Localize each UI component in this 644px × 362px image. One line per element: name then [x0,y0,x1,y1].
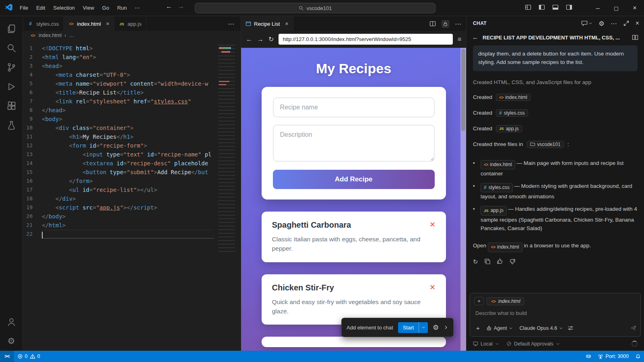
code-line[interactable]: 14 <textarea id="recipe-desc" placeholde [23,159,241,168]
menu-view[interactable]: View [79,3,98,12]
code-line[interactable]: 10 <div class="container"> [23,123,241,132]
menu-go[interactable]: Go [99,3,113,12]
file-chip-index-html[interactable]: <>index.html [481,160,515,169]
code-line[interactable]: 15 <button type="submit">Add Recipe</but [23,168,241,177]
delete-recipe-icon[interactable]: × [429,283,435,291]
toolbar-next-icon[interactable] [444,325,448,330]
code-line[interactable]: 17 <ul id="recipe-list"></ul> [23,185,241,194]
code-line[interactable]: 9<body> [23,115,241,123]
file-chip-app-js[interactable]: JSapp.js [481,206,507,215]
menu-selection[interactable]: Selection [50,3,78,12]
account-icon[interactable] [2,312,21,331]
code-line[interactable]: 16 </form> [23,177,241,185]
customize-layout-icon[interactable] [525,4,531,10]
browser-more-icon[interactable]: ⋯ [455,20,461,28]
code-line[interactable]: 12 <form id="recipe-form"> [23,141,241,150]
remote-indicator[interactable]: >< [0,351,14,362]
port-forward-status[interactable]: Port: 3000 [594,351,632,362]
chat-maximize-icon[interactable] [623,20,630,27]
mode-picker[interactable]: Agent [484,324,515,332]
context-chip-index-html[interactable]: <> index.html [487,297,524,305]
page-scrollbar[interactable] [460,48,466,351]
notifications-bell[interactable] [632,351,644,362]
file-chip-index-html[interactable]: <> index.html [496,94,530,101]
code-line[interactable]: 3<head> [23,62,241,70]
url-bar[interactable]: http://127.0.0.1:3000/index.html?serverW… [279,34,452,45]
code-line[interactable]: 8</head> [23,106,241,115]
menu-more-icon[interactable]: ⋯ [131,3,143,12]
copy-icon[interactable] [484,258,491,265]
tools-settings-icon[interactable] [568,325,574,331]
file-chip-app-js[interactable]: JS app.js [496,125,522,132]
toggle-secondary-sidebar-icon[interactable] [566,4,572,10]
tab-close-icon[interactable]: × [106,21,109,27]
code-line[interactable]: 4 <meta charset="UTF-8"> [23,70,241,79]
code-line[interactable]: 6 <title>Recipe List</title> [23,88,241,97]
explorer-icon[interactable] [2,19,21,38]
editor-actions-more-icon[interactable]: ⋯ [221,16,241,31]
thumbs-down-icon[interactable] [509,258,516,265]
extensions-icon[interactable] [2,96,21,115]
start-button[interactable]: Start [398,322,419,333]
chat-input-placeholder[interactable]: Describe what to build [475,310,635,316]
copilot-status[interactable] [582,351,594,362]
model-picker[interactable]: Claude Opus 4.6 [517,324,565,332]
page-scrollbar-thumb[interactable] [461,49,465,131]
menu-file[interactable]: File [16,3,32,12]
problems-indicator[interactable]: 0 0 [14,351,43,362]
code-line[interactable]: 18 </div> [23,194,241,203]
thumbs-up-icon[interactable] [497,258,503,265]
regenerate-icon[interactable]: ↻ [473,258,478,265]
menu-run[interactable]: Run [114,3,130,12]
menu-edit[interactable]: Edit [33,3,49,12]
chat-back-icon[interactable]: ← [472,34,479,41]
environment-picker[interactable]: Local [473,341,499,347]
browser-menu-icon[interactable]: ≡ [458,36,461,43]
start-split-button[interactable]: Start [398,322,428,333]
browser-forward-icon[interactable]: → [257,36,264,43]
file-chip-styles-css[interactable]: #styles.css [481,183,513,192]
chat-more-icon[interactable]: ⋯ [611,20,617,27]
code-line[interactable]: 19 <script src="app.js"></script> [23,203,241,212]
window-close-icon[interactable]: × [625,0,644,16]
run-debug-icon[interactable] [2,77,21,96]
search-sidebar-icon[interactable] [2,38,21,58]
code-line[interactable]: 21</html> [23,221,241,230]
file-chip-styles-css[interactable]: # styles.css [496,109,528,117]
window-maximize-icon[interactable]: ▢ [607,0,625,16]
chat-close-icon[interactable]: × [636,20,639,27]
add-recipe-button[interactable]: Add Recipe [273,170,435,189]
tab-recipe-list[interactable]: Recipe List × [241,16,293,31]
chat-input-box[interactable]: + <> index.html Describe what to build +… [470,293,641,337]
start-dropdown-icon[interactable] [419,322,428,333]
code-line[interactable]: 2<html lang="en"> [23,53,241,62]
approvals-picker[interactable]: Default Approvals [506,341,560,347]
source-control-icon[interactable] [2,58,21,77]
browser-refresh-icon[interactable]: ↻ [268,35,274,43]
code-line[interactable]: 5 <meta name="viewport" content="width=d… [23,79,241,88]
attach-icon[interactable]: + [474,323,482,333]
breadcrumb-symbol[interactable]: … [69,33,74,38]
code-line[interactable]: 7 <link rel="stylesheet" href="styles.cs… [23,97,241,106]
folder-chip-vscode101[interactable]: vscode101 [527,141,564,148]
code-line[interactable]: 13 <input type="text" id="recipe-name" p… [23,150,241,159]
code-line[interactable]: 11 <h1>My Recipes</h1> [23,132,241,141]
command-center-search[interactable]: vscode101 [195,3,436,13]
tab-index-html[interactable]: <> index.html × [64,16,114,31]
chat-settings-gear-icon[interactable]: ⚙ [599,20,604,27]
history-back-icon[interactable]: ← [166,3,172,10]
new-chat-dropdown[interactable] [581,20,592,27]
recipe-description-textarea[interactable] [273,125,435,162]
tab-styles-css[interactable]: # styles.css [23,16,64,31]
send-icon[interactable] [630,325,636,331]
split-editor-icon[interactable] [429,21,436,27]
toolbar-gear-icon[interactable]: ⚙ [433,323,439,332]
toggle-sidebar-icon[interactable] [539,4,545,10]
delete-recipe-icon[interactable]: × [429,220,435,228]
testing-icon[interactable] [2,115,21,135]
breadcrumb-file[interactable]: index.html [39,33,62,38]
preview-lock-toggle[interactable] [442,20,449,28]
toggle-panel-icon[interactable] [552,4,559,10]
tab-app-js[interactable]: JS app.js [114,16,147,31]
recipe-name-input[interactable] [273,97,435,117]
